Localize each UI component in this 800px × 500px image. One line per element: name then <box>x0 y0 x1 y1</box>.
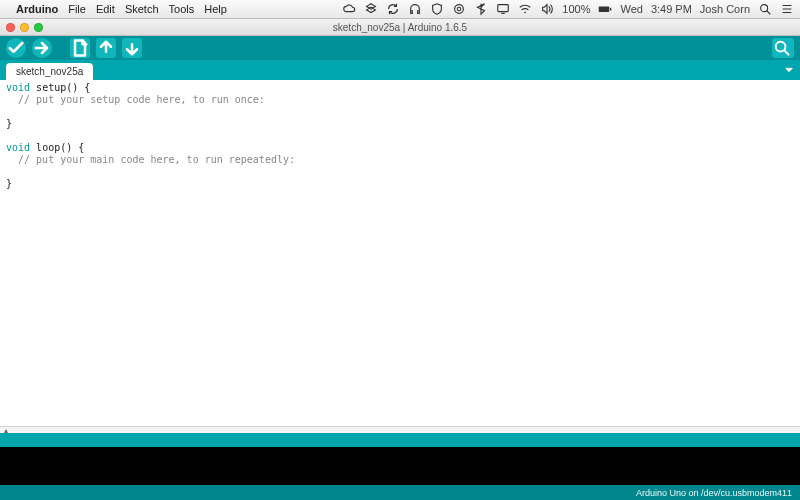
menubar-item-file[interactable]: File <box>68 3 86 15</box>
svg-point-5 <box>761 5 768 12</box>
upload-button[interactable] <box>32 38 52 58</box>
target-icon[interactable] <box>452 2 466 16</box>
board-port-label: Arduino Uno on /dev/cu.usbmodem411 <box>636 488 792 498</box>
status-bar: Arduino Uno on /dev/cu.usbmodem411 <box>0 485 800 500</box>
menubar-item-tools[interactable]: Tools <box>169 3 195 15</box>
window-titlebar: sketch_nov25a | Arduino 1.6.5 <box>0 19 800 36</box>
window-title: sketch_nov25a | Arduino 1.6.5 <box>0 22 800 33</box>
cloud-icon[interactable] <box>342 2 356 16</box>
mac-tray: 100% Wed 3:49 PM Josh Corn <box>342 2 794 16</box>
menubar-item-help[interactable]: Help <box>204 3 227 15</box>
mac-menubar: Arduino File Edit Sketch Tools Help 100%… <box>0 0 800 19</box>
shield-icon[interactable] <box>430 2 444 16</box>
zoom-button[interactable] <box>34 23 43 32</box>
sync-icon[interactable] <box>386 2 400 16</box>
open-sketch-button[interactable] <box>96 38 116 58</box>
divider-handle-icon: ▴ <box>4 426 8 435</box>
verify-button[interactable] <box>6 38 26 58</box>
svg-point-6 <box>776 42 786 52</box>
console-output <box>0 447 800 485</box>
clock-day: Wed <box>620 3 642 15</box>
battery-icon[interactable] <box>598 2 612 16</box>
new-sketch-button[interactable] <box>70 38 90 58</box>
bluetooth-icon[interactable] <box>474 2 488 16</box>
notifications-icon[interactable] <box>780 2 794 16</box>
traffic-lights <box>0 23 43 32</box>
close-button[interactable] <box>6 23 15 32</box>
battery-percent: 100% <box>562 3 590 15</box>
serial-monitor-button[interactable] <box>772 38 794 58</box>
volume-icon[interactable] <box>540 2 554 16</box>
svg-point-0 <box>455 5 464 14</box>
editor-divider[interactable]: ▴ <box>0 426 800 433</box>
spotlight-icon[interactable] <box>758 2 772 16</box>
menubar-item-sketch[interactable]: Sketch <box>125 3 159 15</box>
tab-menu-button[interactable] <box>782 63 796 77</box>
console-header <box>0 433 800 447</box>
save-sketch-button[interactable] <box>122 38 142 58</box>
svg-rect-2 <box>498 5 509 12</box>
user-name[interactable]: Josh Corn <box>700 3 750 15</box>
tab-label: sketch_nov25a <box>16 66 83 77</box>
headphones-icon[interactable] <box>408 2 422 16</box>
display-icon[interactable] <box>496 2 510 16</box>
tab-sketch[interactable]: sketch_nov25a <box>6 63 93 80</box>
arduino-toolbar <box>0 36 800 60</box>
svg-point-1 <box>458 7 462 11</box>
svg-rect-3 <box>599 6 609 12</box>
minimize-button[interactable] <box>20 23 29 32</box>
svg-rect-4 <box>610 8 611 11</box>
code-content: void setup() { // put your setup code he… <box>0 80 800 196</box>
menubar-app-name[interactable]: Arduino <box>16 3 58 15</box>
menubar-item-edit[interactable]: Edit <box>96 3 115 15</box>
code-editor[interactable]: void setup() { // put your setup code he… <box>0 80 800 426</box>
wifi-icon[interactable] <box>518 2 532 16</box>
tab-bar: sketch_nov25a <box>0 60 800 80</box>
dropbox-icon[interactable] <box>364 2 378 16</box>
clock-time: 3:49 PM <box>651 3 692 15</box>
